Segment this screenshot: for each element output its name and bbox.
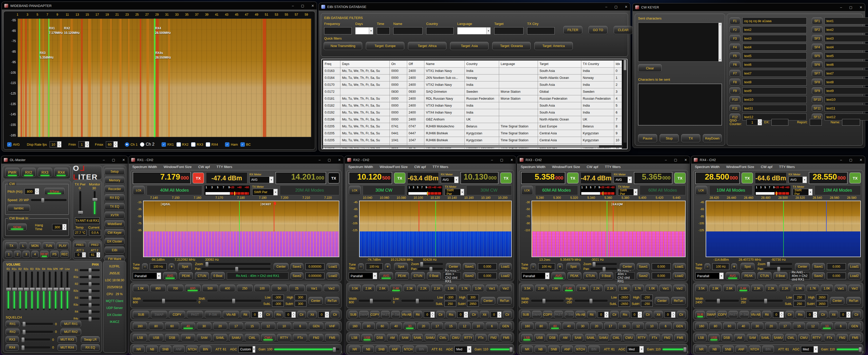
band-160[interactable]: 160	[133, 322, 147, 330]
tx-a-button[interactable]: TX	[567, 173, 579, 184]
xit-button[interactable]: Xit	[480, 311, 489, 318]
op-swap[interactable]: SWAP	[532, 311, 541, 318]
f-text-field[interactable]	[742, 96, 807, 103]
xit-clear-button[interactable]: Clr	[852, 311, 861, 318]
filter-var2[interactable]: Var2	[673, 285, 686, 292]
f-text-field[interactable]	[742, 53, 807, 59]
volume-slider-r1[interactable]: R1	[6, 268, 11, 314]
pan-slider-r2[interactable]: R2	[72, 283, 100, 285]
mode-cwl[interactable]: CWL	[437, 334, 448, 342]
f-key-button[interactable]: F11	[730, 105, 740, 112]
menu-cw-apf[interactable]: CW apf	[198, 165, 210, 169]
high-value[interactable]: 2650	[816, 295, 828, 300]
sf-key-button[interactable]: SF10	[812, 96, 823, 103]
clear-button[interactable]: CLEAR	[614, 26, 633, 34]
station-table[interactable]: FreqDaysOnOffNameCountryLanguageTargetTX…	[321, 59, 627, 149]
mode-saml[interactable]: SAML	[585, 334, 596, 342]
xit-button[interactable]: Xit	[308, 311, 317, 318]
volume-slider-r4[interactable]: R4	[41, 268, 46, 314]
pan-slider[interactable]	[765, 268, 792, 270]
grid-3-button[interactable]: 3	[23, 251, 30, 258]
maximize-button[interactable]: ▢	[615, 5, 618, 9]
dsp-snb[interactable]: SNB	[548, 346, 560, 353]
filter-2.3k[interactable]: 2.3K	[577, 285, 589, 292]
txpwr-slider[interactable]	[80, 191, 81, 215]
mute-rx3-button[interactable]: MUT RX3	[58, 336, 77, 343]
f-key-button[interactable]: F4	[730, 44, 740, 51]
filter-2.8k[interactable]: 2.8K	[363, 285, 375, 292]
filter-1.0k[interactable]: 1.0K	[821, 285, 833, 292]
tx-b-button[interactable]: TX	[328, 173, 339, 184]
filter-3.5k[interactable]: 3.5K	[521, 285, 533, 292]
mode-saml[interactable]: SAML	[412, 334, 423, 342]
band-30[interactable]: 30	[197, 322, 211, 330]
rit-spinner[interactable]: ▲▼	[780, 312, 784, 318]
ris-button[interactable]: Ris	[620, 311, 630, 318]
fmax-spinner[interactable]: ▲▼	[114, 141, 118, 148]
side-recorder-button[interactable]: Recorder	[104, 186, 125, 192]
minimize-button[interactable]: –	[319, 158, 320, 162]
mode-dsb[interactable]: DSB	[547, 334, 558, 342]
filter-25[interactable]: 25	[289, 285, 305, 292]
ris-button[interactable]: Ris	[446, 311, 456, 318]
band-10[interactable]: 10	[646, 322, 658, 330]
filter-center-button[interactable]: Center	[481, 297, 495, 305]
band-20[interactable]: 20	[765, 322, 777, 330]
center-button[interactable]: Center	[795, 263, 810, 270]
pan-slider[interactable]	[418, 268, 443, 270]
monitor-slider[interactable]	[94, 191, 96, 215]
ris-value[interactable]: 0	[806, 312, 813, 318]
vfo-a-display[interactable]: 10.120500	[349, 172, 392, 184]
band-80[interactable]: 80	[363, 322, 375, 330]
menu-spectrum-width[interactable]: Spectrum Width	[695, 165, 719, 169]
mode-sam[interactable]: SAM	[399, 334, 410, 342]
load2-button[interactable]: Load2	[673, 272, 686, 280]
op-copy[interactable]: COPY	[169, 311, 185, 318]
subl-value[interactable]: 250	[794, 301, 805, 307]
menu-tty-filters[interactable]: TTY filters	[779, 165, 795, 169]
filter-850[interactable]: 850	[150, 285, 166, 292]
swap-lr-button[interactable]: Swap LR	[81, 336, 100, 343]
step-minus-button[interactable]: -	[530, 263, 536, 270]
waterfall-display[interactable]	[144, 231, 339, 257]
dsp-nr[interactable]: NR	[133, 346, 145, 353]
mode-sam[interactable]: SAM	[747, 334, 758, 342]
filter-2.4k[interactable]: 2.4K	[563, 285, 575, 292]
rit-spinner[interactable]: ▲▼	[604, 312, 609, 318]
menu-cw-apf[interactable]: CW apf	[761, 165, 772, 169]
side-memory-button[interactable]: Memory	[104, 177, 125, 184]
sf-key-button[interactable]: SF7	[812, 70, 823, 77]
band-40[interactable]: 40	[181, 322, 195, 330]
tx-meter-select[interactable]: SWR Pwr▼	[445, 189, 464, 195]
ctun-button[interactable]: CTUN	[583, 272, 597, 280]
filter-1.9k[interactable]: 1.9K	[618, 285, 630, 292]
menu-spectrum-width[interactable]: Spectrum Width	[521, 165, 545, 169]
avg-button[interactable]: AVG	[726, 272, 740, 280]
sf-text-field[interactable]	[825, 70, 868, 77]
mode-cwu[interactable]: CWU	[623, 334, 635, 342]
quick-filter-button[interactable]: Target: Europe	[366, 42, 404, 50]
table-row[interactable]: 0.0192Mo, Tu, We, Th, Fr, Sa, Su00002400…	[323, 109, 622, 116]
dsp-ntch[interactable]: NTCH	[749, 346, 761, 353]
ham-checkbox[interactable]: ✓	[225, 142, 229, 147]
tx-a-button[interactable]: TX	[394, 173, 405, 184]
step-minus-button[interactable]: -	[358, 263, 364, 270]
subl-value[interactable]: 250	[444, 301, 456, 307]
att2-spinner[interactable]: ▲▼	[97, 252, 100, 257]
table-row[interactable]: 0.0205Mo, Tu, We, Th, Fr, Sa, Su07410747…	[323, 123, 622, 130]
display-mode-select[interactable]: Panafall▼	[133, 272, 161, 279]
agc-select[interactable]: Med▼	[801, 346, 818, 353]
xit-button[interactable]: Xit	[829, 311, 838, 318]
f-text-field[interactable]	[742, 70, 807, 77]
rx3-checkbox[interactable]	[191, 142, 195, 147]
filter-input[interactable]	[426, 27, 454, 34]
filter-600[interactable]: 600	[185, 285, 201, 292]
speed-slider[interactable]	[31, 199, 66, 201]
filter-2.2k[interactable]: 2.2K	[590, 285, 602, 292]
band-40[interactable]: 40	[563, 322, 575, 330]
op-past[interactable]: PAST	[187, 311, 203, 318]
mode-am[interactable]: AM	[181, 334, 195, 342]
mode-sam[interactable]: SAM	[197, 334, 211, 342]
squelch-rx1-button[interactable]: RX1	[6, 321, 20, 327]
sf-key-button[interactable]: SF8	[812, 78, 823, 86]
